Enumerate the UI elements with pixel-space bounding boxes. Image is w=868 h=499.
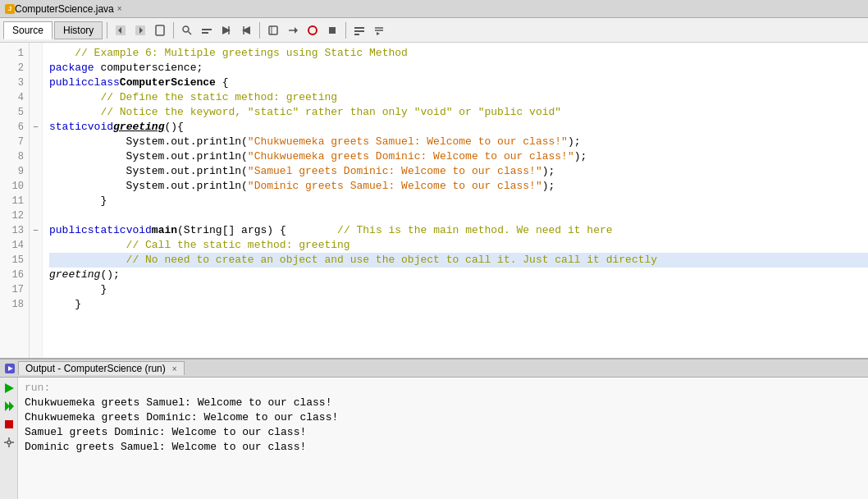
line-number: 1 — [0, 46, 29, 61]
fold-indicator — [30, 76, 42, 90]
fold-column: −− — [30, 43, 43, 358]
line-number: 18 — [0, 297, 29, 312]
svg-rect-21 — [354, 34, 359, 35]
history-tab[interactable]: History — [54, 21, 103, 39]
line-number: 5 — [0, 105, 29, 120]
output-line: Dominic greets Samuel: Welcome to our cl… — [25, 440, 861, 455]
toolbar-btn-1[interactable] — [112, 21, 130, 39]
stop-button[interactable] — [2, 417, 16, 432]
output-panel: ▶ Output - ComputerScience (run) × — [0, 359, 868, 499]
line-number: 10 — [0, 179, 29, 194]
svg-marker-24 — [377, 32, 380, 35]
line-number: 13 — [0, 223, 29, 238]
code-line: } — [49, 282, 868, 297]
output-tab-label: Output - ComputerScience (run) — [25, 363, 166, 374]
line-number: 12 — [0, 208, 29, 223]
toolbar-btn-11[interactable] — [350, 21, 368, 39]
code-line: System.out.println("Dominic greets Samue… — [49, 179, 868, 194]
title-bar: J ComputerScience.java × — [0, 0, 868, 18]
run-label: run: — [25, 381, 861, 396]
code-line — [49, 208, 868, 223]
toolbar-separator-3 — [259, 22, 260, 39]
toolbar-btn-8[interactable] — [284, 21, 302, 39]
output-icon: ▶ — [5, 364, 15, 373]
fold-indicator[interactable]: − — [30, 223, 42, 238]
code-area[interactable]: // Example 6: Multiple greetings using S… — [43, 43, 868, 358]
svg-rect-19 — [354, 27, 364, 29]
toolbar-btn-6[interactable] — [237, 21, 255, 39]
fold-indicator — [30, 282, 42, 297]
svg-rect-4 — [156, 25, 164, 35]
output-tab[interactable]: Output - ComputerScience (run) × — [18, 361, 185, 375]
source-tab[interactable]: Source — [3, 21, 53, 39]
toolbar-btn-2[interactable] — [131, 21, 149, 39]
toolbar: Source History — [0, 18, 868, 43]
output-body: run:Chukwuemeka greets Samuel: Welcome t… — [0, 378, 868, 499]
svg-rect-28 — [5, 420, 13, 428]
fold-indicator — [30, 90, 42, 105]
code-line: greeting(); — [49, 268, 868, 282]
settings-output-button[interactable] — [2, 435, 16, 450]
line-number: 11 — [0, 194, 29, 208]
line-number: 8 — [0, 149, 29, 164]
line-number: 3 — [0, 76, 29, 90]
line-number: 6 — [0, 120, 29, 135]
svg-point-5 — [183, 26, 189, 32]
toolbar-btn-9[interactable] — [304, 21, 322, 39]
fold-indicator — [30, 208, 42, 223]
toolbar-btn-search[interactable] — [178, 21, 196, 39]
code-line: public class ComputerScience { — [49, 76, 868, 90]
code-line: package computerscience; — [49, 61, 868, 76]
run-button[interactable] — [2, 381, 16, 396]
svg-rect-8 — [202, 32, 208, 34]
fold-indicator — [30, 297, 42, 312]
toolbar-btn-7[interactable] — [264, 21, 282, 39]
fold-indicator — [30, 164, 42, 179]
line-number: 16 — [0, 268, 29, 282]
run-fast-button[interactable] — [2, 399, 16, 414]
toolbar-separator-2 — [173, 22, 174, 39]
output-line: Chukwuemeka greets Dominic: Welcome to o… — [25, 410, 861, 425]
fold-indicator — [30, 238, 42, 253]
output-line: Samuel greets Dominic: Welcome to our cl… — [25, 425, 861, 440]
java-file-icon: J — [5, 4, 15, 14]
toolbar-btn-4[interactable] — [198, 21, 216, 39]
fold-indicator — [30, 253, 42, 268]
code-line: } — [49, 297, 868, 312]
output-content: run:Chukwuemeka greets Samuel: Welcome t… — [18, 378, 868, 499]
toolbar-btn-12[interactable] — [370, 21, 388, 39]
line-number: 15 — [0, 253, 29, 268]
close-output-button[interactable]: × — [172, 364, 177, 373]
code-line: System.out.println("Chukwuemeka greets S… — [49, 135, 868, 149]
line-number: 4 — [0, 90, 29, 105]
svg-marker-25 — [5, 383, 14, 393]
close-file-button[interactable]: × — [117, 4, 122, 13]
svg-rect-13 — [269, 26, 277, 34]
output-title-bar: ▶ Output - ComputerScience (run) × — [0, 359, 868, 378]
code-line: System.out.println("Samuel greets Domini… — [49, 164, 868, 179]
fold-indicator — [30, 105, 42, 120]
line-number: 14 — [0, 238, 29, 253]
svg-point-17 — [308, 26, 317, 34]
toolbar-btn-5[interactable] — [217, 21, 235, 39]
svg-rect-18 — [329, 27, 336, 34]
fold-indicator[interactable]: − — [30, 120, 42, 135]
fold-indicator — [30, 135, 42, 149]
fold-indicator — [30, 149, 42, 164]
svg-rect-7 — [202, 29, 212, 30]
code-line: // No need to create an object and use t… — [49, 253, 868, 268]
code-line: // Example 6: Multiple greetings using S… — [49, 46, 868, 61]
code-line: // Call the static method: greeting — [49, 238, 868, 253]
line-number: 7 — [0, 135, 29, 149]
svg-line-6 — [189, 31, 192, 34]
svg-point-29 — [7, 441, 11, 444]
code-editor: 123456789101112131415161718 −− // Exampl… — [0, 43, 868, 359]
fold-indicator — [30, 61, 42, 76]
toolbar-separator-1 — [107, 22, 107, 39]
filename-label: ComputerScience.java — [15, 3, 114, 15]
toolbar-btn-3[interactable] — [151, 21, 169, 39]
fold-indicator — [30, 268, 42, 282]
fold-indicator — [30, 179, 42, 194]
toolbar-btn-10[interactable] — [323, 21, 341, 39]
fold-indicator — [30, 194, 42, 208]
